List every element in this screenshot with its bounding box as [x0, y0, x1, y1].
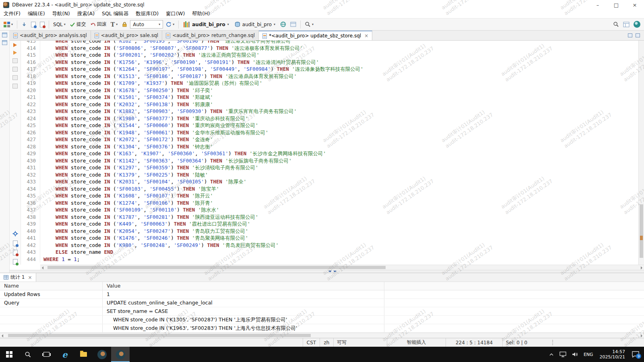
tab-sale-sql[interactable]: <audit_bi_pro> sale.sql	[91, 31, 162, 40]
code-line[interactable]: WHEN store_code IN ('K1142', 'SF00363', …	[43, 157, 638, 165]
start-button[interactable]	[0, 347, 19, 362]
execute-statement-button[interactable]	[13, 43, 17, 47]
code-line[interactable]: WHEN store_code IN ('K1513', 'SF00186', …	[43, 73, 638, 80]
result-row[interactable]: QueryUPDATE custom_online_sale_change_lo…	[0, 299, 644, 307]
script-blue-button[interactable]	[29, 21, 37, 28]
menu-navigate[interactable]: 导航(N)	[49, 10, 74, 17]
result-row[interactable]: Updated Rows1	[0, 290, 644, 299]
column-value[interactable]: Value	[103, 282, 384, 290]
transaction-auto-combo[interactable]: Auto ▾	[130, 20, 163, 29]
tray-volume-button[interactable]	[570, 347, 580, 362]
scrollbar-thumb[interactable]	[47, 266, 386, 269]
code-line[interactable]: WHEN store_code IN ('K1882', 'SF00903', …	[43, 108, 638, 115]
lock-button[interactable]	[120, 21, 129, 28]
menu-file[interactable]: 文件(F)	[0, 10, 24, 17]
code-line[interactable]: WHEN store_code IN ('K449', 'SF00063') T…	[43, 220, 638, 228]
code-line[interactable]: WHEN store_code IN ('K980', 'SF00248', '…	[43, 242, 638, 249]
perspective-button[interactable]	[621, 21, 631, 28]
quick-search-button[interactable]	[611, 21, 621, 28]
code-line[interactable]: WHEN store_code IN ('K1709', 'K1937') TH…	[43, 80, 638, 87]
result-row[interactable]: WHEN store_code IN ('K1305', 'SF00287') …	[0, 316, 644, 324]
tab-analysis-sql[interactable]: <audit_bi_pro> analysis.sql	[10, 31, 91, 40]
code-line[interactable]: WHEN store_code IN ('K2032', 'SF00138') …	[43, 101, 638, 108]
output-button[interactable]	[12, 75, 18, 80]
results-horizontal-scrollbar[interactable]	[0, 333, 644, 338]
tab-update-sbz-store-sql[interactable]: *<audit_bi_pro> update_sbz_store.sql ×	[259, 31, 372, 40]
collapse-arrow-icon[interactable]	[328, 271, 332, 274]
new-sql-editor-button[interactable]: ▾	[2, 21, 14, 28]
scroll-left-icon[interactable]	[42, 266, 43, 269]
script-red-button[interactable]	[38, 21, 46, 28]
code-line[interactable]: WHEN store_code IN ('K2072', 'SF00172') …	[43, 136, 638, 143]
community-button[interactable]	[632, 20, 642, 29]
menu-search[interactable]: 搜索(A)	[74, 10, 98, 17]
dbeaver-taskbar-button[interactable]	[93, 347, 111, 362]
action-center-button[interactable]: 9	[630, 347, 642, 362]
menu-database[interactable]: 数据库(D)	[132, 10, 162, 17]
panel-button[interactable]	[289, 21, 298, 28]
scrollbar-thumb[interactable]	[640, 204, 643, 258]
menu-window[interactable]: 窗口(W)	[162, 10, 188, 17]
tray-network-button[interactable]	[557, 347, 568, 362]
code-line[interactable]: WHEN store_code IN ('K2031', 'SF00104', …	[43, 178, 638, 185]
task-view-button[interactable]	[37, 347, 56, 362]
maximize-editor-icon[interactable]	[636, 33, 640, 37]
restore-navigator-icon[interactable]	[2, 33, 7, 37]
code-line[interactable]: WHEN store_code IN ('K1501', 'SF00374') …	[43, 94, 638, 101]
maximize-button[interactable]: □	[607, 0, 625, 10]
rollback-button[interactable]: 回滚	[89, 20, 108, 29]
code-line[interactable]: WHEN store_code IN ('K163', 'K1907', 'SF…	[43, 150, 638, 157]
editor-horizontal-scrollbar[interactable]	[40, 265, 644, 270]
code-line[interactable]: WHERE 1 = 1;	[43, 256, 638, 263]
settings-gear-button[interactable]	[12, 230, 19, 237]
minimize-editor-icon[interactable]	[628, 33, 632, 37]
panel-splitter[interactable]	[10, 270, 644, 273]
code-line[interactable]: WHEN store_code IN ('SF00201', 'SF00202'…	[43, 51, 638, 59]
explain-plan-button[interactable]	[12, 58, 18, 63]
code-line[interactable]: WHEN store_code IN ('K1948', 'SF00061') …	[43, 129, 638, 136]
code-line[interactable]: WHEN store_code IN ('K1756', 'K1996', 'S…	[43, 59, 638, 66]
commit-button[interactable]: 提交	[68, 20, 88, 29]
code-line[interactable]: WHEN store_code IN ('K1304', 'SF00376') …	[43, 143, 638, 150]
status-caret-position[interactable]: 224 : 5 : 14184	[446, 338, 502, 347]
tray-expand-button[interactable]	[547, 347, 556, 362]
taskbar-search-button[interactable]	[19, 347, 37, 362]
sql-code[interactable]: WHEN store_code IN ('K162', 'SF00195', '…	[40, 41, 638, 263]
code-line[interactable]: WHEN store_code IN ('K1544', 'SF00060') …	[43, 122, 638, 129]
result-row[interactable]: WHEN store_code IN ('K1963', 'SF00283') …	[0, 324, 644, 333]
close-button[interactable]: ×	[625, 0, 644, 10]
code-line[interactable]: WHEN store_code IN ('SF00109', 'SF00110'…	[43, 206, 638, 214]
scroll-right-icon[interactable]	[641, 266, 642, 269]
grid-toggle-button[interactable]	[12, 84, 18, 88]
code-line[interactable]: WHEN store_code IN ('K1297', 'SF00359') …	[43, 164, 638, 171]
code-line[interactable]: WHEN store_code IN ('K1787', 'SF00281') …	[43, 214, 638, 221]
transaction-mode-dropdown[interactable]: T ▾	[109, 21, 119, 29]
close-icon[interactable]: ×	[364, 33, 368, 39]
code-line[interactable]: WHEN store_code IN ('K1379', 'SF00225') …	[43, 171, 638, 179]
scrollbar-thumb[interactable]	[8, 334, 311, 337]
refresh-dropdown[interactable]: ▾	[164, 21, 176, 28]
code-line[interactable]: WHEN store_code IN ('K2054', 'SF00247') …	[43, 228, 638, 235]
code-line[interactable]: WHEN store_code IN ('K1476', 'SF00246') …	[43, 234, 638, 242]
code-line[interactable]: WHEN store_code IN ('SF00103', 'SF00455'…	[43, 185, 638, 193]
tray-clock[interactable]: 14:57 2025/10/21	[597, 349, 628, 360]
export-data-button[interactable]	[13, 241, 18, 246]
scroll-left-icon[interactable]	[2, 334, 3, 337]
execute-script-button[interactable]	[13, 51, 17, 55]
code-line[interactable]: WHEN store_code IN ('K162', 'SF00195', '…	[43, 41, 638, 45]
menu-sql-editor[interactable]: SQL 编辑器	[98, 10, 132, 17]
internet-explorer-button[interactable]: e	[56, 347, 74, 362]
open-result-button[interactable]	[13, 259, 18, 265]
query-log-button[interactable]	[12, 67, 18, 72]
code-line[interactable]: WHEN store_code IN ('K1608', 'SF00107') …	[43, 192, 638, 200]
code-line[interactable]: WHEN store_code IN ('K1980', 'SF00377') …	[43, 115, 638, 122]
restore-projects-icon[interactable]	[2, 40, 7, 45]
column-name[interactable]: Name	[0, 282, 103, 290]
sql-editor[interactable]: 4134144154164174184194204214224234244254…	[21, 41, 638, 265]
connection-selector[interactable]: audit_bi_pro ▾	[181, 20, 231, 29]
fetch-button[interactable]	[20, 21, 29, 28]
network-button[interactable]	[279, 21, 288, 28]
minimize-button[interactable]: –	[588, 0, 607, 10]
tray-language[interactable]: ENG	[582, 347, 595, 362]
code-line[interactable]: ELSE store_name END	[43, 249, 638, 256]
